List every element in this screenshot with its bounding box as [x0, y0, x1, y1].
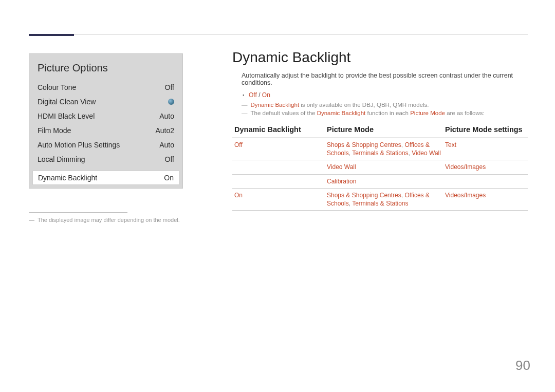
option-label: Local Dimming: [38, 155, 85, 163]
option-row: Auto Motion Plus Settings Auto: [29, 138, 182, 152]
cell-picture-mode: Shops & Shopping Centres, Offices & Scho…: [325, 188, 443, 210]
option-value: Off: [165, 155, 174, 163]
cell-dynamic-backlight: [232, 174, 325, 188]
dash-icon: ―: [242, 110, 248, 116]
mode-name: Video Wall: [412, 150, 441, 157]
mode-name: Video Wall: [327, 163, 356, 171]
note-line: ― Dynamic Backlight is only available on…: [232, 102, 528, 108]
mode-name: Terminals & Stations: [352, 200, 408, 207]
cell-dynamic-backlight: [232, 160, 325, 174]
option-value: Auto2: [155, 126, 174, 135]
picture-options-panel: Picture Options Colour Tone Off Digital …: [29, 53, 183, 189]
section-title: Dynamic Backlight: [232, 49, 528, 66]
option-label: Dynamic Backlight: [38, 174, 97, 182]
option-row: Digital Clean View: [29, 95, 182, 109]
dash-icon: ―: [242, 102, 248, 108]
option-bullet: Off / On: [232, 91, 528, 99]
option-on: On: [262, 91, 270, 99]
cell-picture-mode-settings: Videos/Images: [443, 160, 528, 174]
cell-dynamic-backlight: On: [232, 188, 325, 210]
option-row: Film Mode Auto2: [29, 123, 182, 138]
option-value: Auto: [159, 141, 174, 149]
section-description: Automatically adjust the backlight to pr…: [232, 72, 528, 86]
modes-table: Dynamic Backlight Picture Mode Picture M…: [232, 122, 528, 211]
table-row: OnShops & Shopping Centres, Offices & Sc…: [232, 188, 528, 210]
cell-picture-mode: Video Wall: [325, 160, 443, 174]
mode-name: Shops & Shopping Centres: [327, 141, 401, 148]
cell-picture-mode-settings: [443, 174, 528, 188]
mode-name: Terminals & Stations: [352, 150, 408, 157]
cell-picture-mode: Calibration: [325, 174, 443, 188]
header-accent: [29, 34, 74, 36]
option-sep: /: [257, 91, 262, 99]
option-off: Off: [249, 91, 257, 99]
option-label: Colour Tone: [38, 83, 76, 91]
cell-picture-mode-settings: Text: [443, 138, 528, 160]
page-number: 90: [515, 358, 530, 374]
right-column: Dynamic Backlight Automatically adjust t…: [232, 49, 528, 211]
option-row: HDMI Black Level Auto: [29, 109, 182, 123]
note-text: The default values of the Dynamic Backli…: [251, 110, 485, 116]
table-header: Picture Mode settings: [443, 122, 528, 138]
table-row: Calibration: [232, 174, 528, 188]
cell-dynamic-backlight: Off: [232, 138, 325, 160]
note-text: Dynamic Backlight is only available on t…: [251, 102, 429, 108]
option-label: Film Mode: [38, 126, 71, 135]
cell-picture-mode-settings: Videos/Images: [443, 188, 528, 210]
option-label: Auto Motion Plus Settings: [38, 141, 120, 149]
option-value: Auto: [159, 112, 174, 120]
caption-divider: [29, 212, 127, 213]
cell-picture-mode: Shops & Shopping Centres, Offices & Scho…: [325, 138, 443, 160]
option-value: Off: [165, 83, 174, 91]
image-disclaimer: ― The displayed image may differ dependi…: [29, 217, 183, 223]
dash-icon: ―: [29, 217, 34, 223]
option-label: Digital Clean View: [38, 98, 96, 106]
option-label: HDMI Black Level: [38, 112, 95, 120]
option-row-selected: Dynamic Backlight On: [32, 171, 179, 185]
left-column: Picture Options Colour Tone Off Digital …: [29, 53, 183, 223]
caption-text: The displayed image may differ depending…: [38, 217, 180, 223]
option-value: On: [164, 174, 174, 182]
mode-name: Shops & Shopping Centres: [327, 192, 401, 199]
table-header: Dynamic Backlight: [232, 122, 325, 138]
header-divider: [29, 34, 528, 36]
table-header-row: Dynamic Backlight Picture Mode Picture M…: [232, 122, 528, 138]
table-row: OffShops & Shopping Centres, Offices & S…: [232, 138, 528, 160]
loading-dot-icon: [168, 99, 174, 105]
option-row: Colour Tone Off: [29, 80, 182, 95]
mode-name: Calibration: [327, 178, 356, 185]
panel-title: Picture Options: [29, 54, 182, 80]
option-row: Local Dimming Off: [29, 152, 182, 166]
table-header: Picture Mode: [325, 122, 443, 138]
table-row: Video WallVideos/Images: [232, 160, 528, 174]
note-line: ― The default values of the Dynamic Back…: [232, 110, 528, 116]
